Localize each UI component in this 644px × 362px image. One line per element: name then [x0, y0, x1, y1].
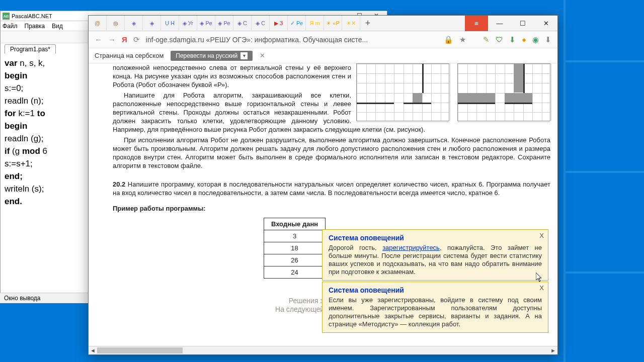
bookmark-icon[interactable]: ★ — [459, 35, 466, 44]
browser-tab[interactable]: ◈ Ре — [197, 16, 215, 31]
paragraph: При исполнении алгоритма Робот не должен… — [113, 136, 550, 170]
ext-icon-3[interactable]: ⬇ — [509, 35, 516, 44]
translate-bar: Страница на сербском Перевести на русски… — [89, 48, 557, 63]
browser-tab[interactable]: ◈ Уг — [179, 16, 197, 31]
robot-grid-right — [457, 63, 550, 121]
notification-title: Система оповещений — [329, 234, 542, 242]
scroll-thumb[interactable] — [97, 347, 183, 353]
nav-back-button[interactable]: ← — [95, 35, 102, 44]
notification-text: Если вы уже зарегистрированы, войдите в … — [329, 296, 542, 328]
translate-label: Страница на сербском — [95, 52, 164, 59]
notification-title: Система оповещений — [329, 286, 542, 294]
browser-close-button[interactable]: ✕ — [534, 16, 557, 31]
translate-close-button[interactable]: ✕ — [260, 52, 265, 59]
scroll-right-button[interactable]: ► — [549, 347, 557, 353]
table-cell: 3 — [264, 230, 326, 242]
browser-tab[interactable]: ◈ Ре — [215, 16, 233, 31]
table-cell: 24 — [264, 266, 326, 279]
browser-tab[interactable]: ✓ Ре — [288, 16, 306, 31]
browser-tab[interactable]: ☀ «Р — [324, 16, 342, 31]
table-header: Входные данн — [264, 218, 326, 230]
nav-forward-button[interactable]: → — [108, 35, 116, 44]
browser-tab[interactable]: Я m — [306, 16, 324, 31]
browser-minimize-button[interactable]: — — [488, 16, 511, 31]
browser-tab[interactable]: @ — [89, 16, 107, 31]
notification-text: Дорогой гость, — [329, 244, 382, 251]
menu-view[interactable]: Вид — [52, 23, 63, 30]
ext-icon-5[interactable]: ◉ — [532, 35, 539, 44]
pascal-app-icon: AB — [3, 13, 10, 20]
register-link[interactable]: зарегистрируйтесь — [382, 244, 440, 251]
ext-icon-1[interactable]: ✎ — [483, 35, 490, 44]
downloads-icon[interactable]: ⬇ — [545, 35, 551, 44]
notification-close-button[interactable]: X — [539, 284, 544, 292]
nav-reload-button[interactable]: ⟳ — [133, 35, 140, 44]
robot-grid-left — [356, 63, 449, 121]
scroll-track[interactable] — [97, 346, 549, 354]
example-table: Входные данн 3 18 26 24 — [264, 218, 326, 279]
notification-login: X Система оповещений Если вы уже зарегис… — [322, 282, 548, 333]
browser-maximize-button[interactable]: ☐ — [511, 16, 534, 31]
browser-menu-button[interactable]: ≡ — [465, 16, 488, 31]
menu-file[interactable]: Файл — [3, 23, 18, 30]
browser-tab[interactable]: ◈ С — [252, 16, 270, 31]
task-number: 20.2 — [113, 180, 125, 188]
table-cell: 18 — [264, 242, 326, 254]
browser-tab[interactable]: ▶ З — [270, 16, 288, 31]
lock-icon: 🔒 — [444, 35, 453, 44]
table-cell: 26 — [264, 254, 326, 266]
file-tab[interactable]: Program1.pas* — [5, 44, 56, 54]
chevron-down-icon: ▾ — [240, 52, 248, 59]
translate-button[interactable]: Перевести на русский ▾ — [171, 51, 253, 61]
notification-close-button[interactable]: X — [539, 232, 544, 240]
example-title: Пример работы программы: — [113, 204, 550, 213]
scroll-left-button[interactable]: ◄ — [89, 347, 97, 353]
new-tab-button[interactable]: + — [360, 18, 375, 29]
task-20-2: 20.2 Напишите программу, которая в после… — [113, 180, 550, 197]
notification-register: X Система оповещений Дорогой гость, заре… — [322, 229, 548, 281]
nav-home-button[interactable]: Я — [122, 35, 127, 44]
browser-tabstrip: @◎◈◈U Н◈ Уг◈ Ре◈ Ре◈ С◈ С▶ З✓ РеЯ m☀ «Р☀… — [89, 16, 557, 31]
browser-window: @◎◈◈U Н◈ Уг◈ Ре◈ Ре◈ С◈ С▶ З✓ РеЯ m☀ «Р☀… — [88, 15, 558, 355]
ext-icon-2[interactable]: 🛡 — [496, 35, 503, 44]
url-display[interactable]: inf-oge.sdamgia.ru «РЕШУ ОГЭ»: информати… — [146, 36, 438, 44]
browser-tab[interactable]: ☀✕ — [342, 16, 360, 31]
browser-tab[interactable]: ◈ — [125, 16, 143, 31]
pascal-title: PascalABC.NET — [12, 13, 52, 19]
page-content[interactable]: положенной непосредственно слева от верт… — [89, 63, 557, 346]
robot-grids — [356, 63, 550, 121]
ext-icon-4[interactable]: ● — [522, 35, 526, 44]
browser-tab[interactable]: ◎ — [107, 16, 125, 31]
horizontal-scrollbar[interactable]: ◄ ► — [89, 346, 557, 354]
browser-tab[interactable]: U Н — [161, 16, 179, 31]
browser-addressbar: ← → Я ⟳ inf-oge.sdamgia.ru «РЕШУ ОГЭ»: и… — [89, 31, 557, 48]
task-text: Напишите программу, которая в последоват… — [113, 180, 550, 197]
browser-tab[interactable]: ◈ С — [233, 16, 252, 31]
browser-tab[interactable]: ◈ — [143, 16, 161, 31]
translate-button-label: Перевести на русский — [176, 52, 237, 59]
menu-edit[interactable]: Правка — [25, 23, 45, 30]
